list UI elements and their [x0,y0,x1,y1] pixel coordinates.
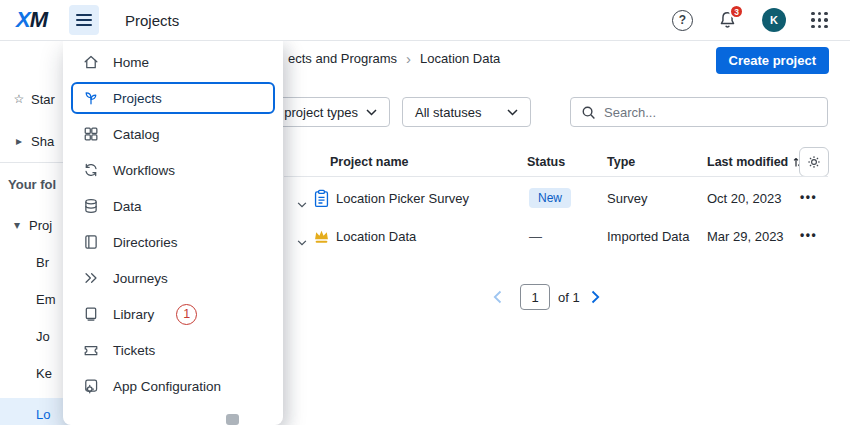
pagination-total-label: of 1 [558,290,580,305]
apps-grid-icon[interactable] [811,12,828,29]
dot [824,18,828,22]
avatar[interactable]: K [762,8,786,32]
hamburger-bar [76,24,92,26]
breadcrumb: ects and Programs › Location Data [288,51,500,66]
chevron-down-icon [297,240,307,246]
chevron-down-icon [297,202,307,208]
hamburger-bar [76,19,92,21]
workflows-icon [82,161,100,179]
project-type: Survey [607,191,647,206]
sidebar-item-ke[interactable]: Ke [36,363,52,383]
app-configuration-icon [82,377,100,395]
breadcrumb-parent[interactable]: ects and Programs [288,51,397,66]
status-empty: — [529,229,542,244]
project-link[interactable]: Location Data [336,229,416,244]
topbar-actions: ? 3 K [672,8,828,32]
menu-item-tickets[interactable]: Tickets [63,332,283,368]
notification-badge: 3 [729,4,744,19]
dot [818,18,822,22]
row-expand-caret[interactable] [297,232,307,250]
caret-right-icon: ▸ [10,134,28,148]
sidebar-item-label: Lo [36,407,50,422]
column-header-type[interactable]: Type [607,155,635,169]
xm-logo[interactable]: X M [16,7,47,33]
star-icon: ☆ [10,92,28,106]
menu-item-label: App Configuration [113,379,221,394]
dot [824,25,828,29]
menu-item-label: Data [113,199,142,214]
chevron-left-icon [493,290,502,304]
help-icon[interactable]: ? [672,10,693,31]
column-header-last-modified[interactable]: Last modified [707,155,803,169]
menu-item-data[interactable]: Data [63,188,283,224]
sidebar-item-jo[interactable]: Jo [36,326,50,346]
last-modified-date: Oct 20, 2023 [707,191,781,206]
dot [811,12,815,16]
menu-item-projects[interactable]: Projects [71,82,275,114]
sidebar-item-shared[interactable]: ▸ Sha [10,131,54,151]
chevron-down-icon [507,109,518,116]
sidebar-item-em[interactable]: Em [36,289,56,309]
page-number-input[interactable]: 1 [520,284,550,310]
menu-item-directories[interactable]: Directories [63,224,283,260]
caret-down-icon: ▾ [8,218,26,232]
pagination-prev-button[interactable] [493,290,502,308]
menu-item-label: Home [113,55,149,70]
menu-item-app-configuration[interactable]: App Configuration [63,368,283,404]
status-dropdown-value: All statuses [415,105,481,120]
sidebar-item-label: Ke [36,366,52,381]
project-link[interactable]: Location Picker Survey [336,191,469,206]
chevron-down-icon [366,109,377,116]
table-header-divider [284,176,828,177]
column-header-status[interactable]: Status [527,155,565,169]
breadcrumb-separator-icon: › [406,52,411,65]
sidebar-item-starred[interactable]: ☆ Star [10,89,55,109]
data-icon [82,197,100,215]
project-types-value: project types [284,105,358,120]
dot [811,25,815,29]
hamburger-menu-button[interactable] [69,5,99,35]
search-box[interactable] [570,97,828,127]
annotation-circle-1: 1 [176,304,197,325]
notifications-button[interactable]: 3 [718,10,737,30]
menu-item-catalog[interactable]: Catalog [63,116,283,152]
row-expand-caret[interactable] [297,194,307,212]
projects-icon [82,89,100,107]
menu-item-label: Directories [113,235,178,250]
table-settings-button[interactable] [799,147,829,177]
tickets-icon [82,341,100,359]
column-header-project-name[interactable]: Project name [330,155,409,169]
status-dropdown[interactable]: All statuses [402,97,531,127]
scrollbar-thumb[interactable] [226,414,239,425]
xm-logo-m: M [30,7,47,33]
menu-item-workflows[interactable]: Workflows [63,152,283,188]
journeys-icon [82,269,100,287]
topbar: X M Projects ? 3 K [0,0,850,41]
breadcrumb-current: Location Data [420,51,500,66]
hamburger-bar [76,14,92,16]
pagination-next-button[interactable] [591,290,600,308]
sidebar-item-br[interactable]: Br [36,252,49,272]
row-actions-menu[interactable]: ••• [800,190,817,204]
menu-item-label: Catalog [113,127,160,142]
dot [818,12,822,16]
menu-item-journeys[interactable]: Journeys [63,260,283,296]
search-input[interactable] [604,105,817,120]
project-type: Imported Data [607,229,689,244]
sidebar-section-your-folders: Your fol [8,174,56,194]
home-icon [82,53,100,71]
survey-document-icon [313,189,330,212]
sidebar-item-projects-folder[interactable]: ▾ Proj [8,215,52,235]
sidebar-item-label: Em [36,292,56,307]
menu-item-label: Journeys [113,271,168,286]
menu-item-library[interactable]: Library 1 [63,296,283,332]
status-badge: New [529,188,571,208]
chevron-right-icon [591,290,600,304]
nav-flyout-menu: Home Projects Catalog Workflows Data Dir… [63,41,283,425]
row-actions-menu[interactable]: ••• [800,228,817,242]
sidebar-item-label: Star [31,92,55,107]
library-icon [82,305,100,323]
menu-item-home[interactable]: Home [63,44,283,80]
create-project-button[interactable]: Create project [716,47,829,74]
imported-data-icon [313,228,330,249]
